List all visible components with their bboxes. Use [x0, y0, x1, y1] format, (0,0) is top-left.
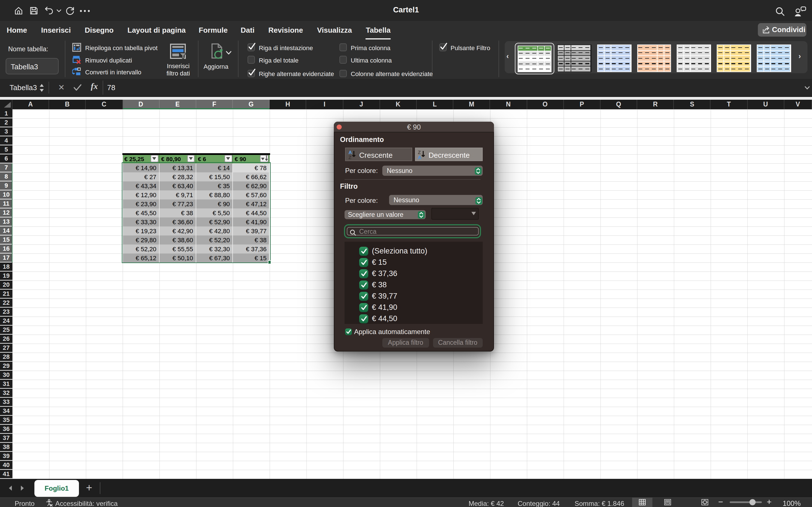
svg-text:A: A [418, 155, 421, 159]
svg-text:Z: Z [349, 155, 351, 159]
svg-text:Z: Z [418, 150, 421, 155]
svg-text:A: A [349, 150, 352, 155]
